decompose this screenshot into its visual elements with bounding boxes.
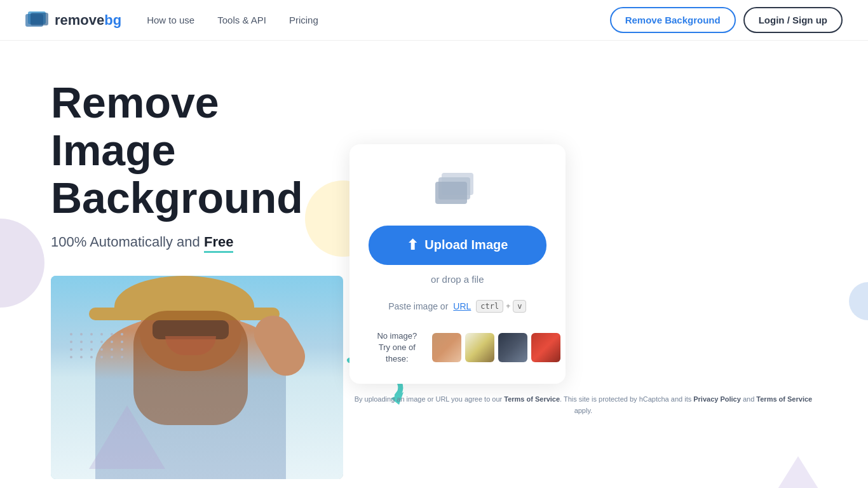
drop-file-text: or drop a file	[369, 274, 546, 285]
upload-image-button[interactable]: ⬆ Upload Image	[369, 226, 546, 265]
keyboard-shortcut: ctrl + v	[476, 300, 526, 313]
nav-left: removebg How to use Tools & API Pricing	[25, 11, 318, 29]
nav-links: How to use Tools & API Pricing	[147, 15, 318, 25]
paste-row: Paste image or URL ctrl + v	[369, 300, 546, 313]
deco-triangle-left	[89, 405, 165, 469]
no-image-text: No image? Try one of these:	[369, 330, 426, 365]
ctrl-key: ctrl	[476, 300, 503, 313]
upload-card: ⬆ Upload Image or drop a file Paste imag…	[349, 144, 566, 384]
upload-icon-symbol: ⬆	[407, 237, 418, 254]
sample-image-4[interactable]	[531, 333, 560, 362]
hero-right: ⬆ Upload Image or drop a file Paste imag…	[349, 144, 817, 417]
hero-left: Remove Image Background 100% Automatical…	[51, 79, 349, 482]
deco-circle-left	[0, 219, 44, 308]
deco-circle-right	[849, 282, 868, 320]
svg-rect-6	[435, 182, 467, 204]
deco-triangle-right	[766, 456, 830, 488]
sample-images-list	[432, 333, 560, 362]
terms-of-service-link-2[interactable]: Terms of Service	[756, 395, 812, 403]
nav-tools-api[interactable]: Tools & API	[217, 15, 266, 25]
terms-text: By uploading an image or URL you agree t…	[349, 394, 817, 416]
logo-icon	[25, 11, 48, 29]
plus-separator: +	[506, 302, 510, 311]
nav-pricing[interactable]: Pricing	[289, 15, 318, 25]
paste-url-link[interactable]: URL	[453, 301, 471, 311]
sample-images-row: No image? Try one of these:	[369, 330, 546, 365]
sample-image-2[interactable]	[465, 333, 494, 362]
login-signup-button[interactable]: Login / Sign up	[743, 7, 843, 33]
v-key: v	[513, 300, 526, 313]
remove-background-button[interactable]: Remove Background	[610, 7, 736, 33]
hero-section: Remove Image Background 100% Automatical…	[0, 41, 868, 488]
logo-wordmark: removebg	[55, 12, 121, 29]
deco-dots	[70, 333, 126, 358]
svg-rect-2	[31, 13, 48, 25]
hero-title: Remove Image Background	[51, 79, 349, 221]
hero-subtitle: 100% Automatically and Free	[51, 234, 349, 250]
logo[interactable]: removebg	[25, 11, 121, 29]
navbar: removebg How to use Tools & API Pricing …	[0, 0, 868, 41]
sample-image-3[interactable]	[498, 333, 527, 362]
nav-how-to-use[interactable]: How to use	[147, 15, 194, 25]
terms-of-service-link-1[interactable]: Terms of Service	[504, 395, 560, 403]
layers-icon	[432, 170, 483, 208]
nav-right: Remove Background Login / Sign up	[610, 7, 843, 33]
privacy-policy-link[interactable]: Privacy Policy	[693, 395, 741, 403]
sample-image-1[interactable]	[432, 333, 461, 362]
